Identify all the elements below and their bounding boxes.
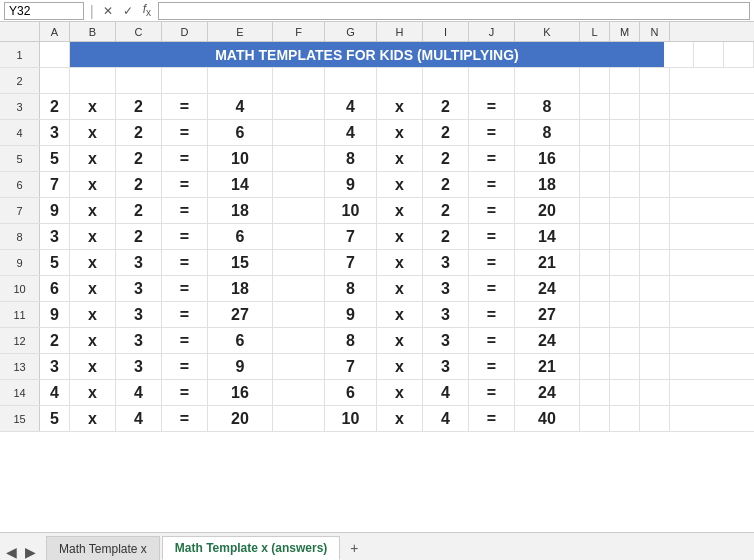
cell[interactable]: x — [70, 250, 116, 275]
col-header-f[interactable]: F — [273, 22, 325, 41]
cell[interactable]: 21 — [515, 250, 580, 275]
cell[interactable] — [640, 406, 670, 431]
cell[interactable]: 18 — [208, 276, 273, 301]
col-header-n[interactable]: N — [640, 22, 670, 41]
cell[interactable]: 3 — [40, 354, 70, 379]
cell[interactable]: 8 — [515, 120, 580, 145]
cell[interactable]: 3 — [423, 302, 469, 327]
cell[interactable]: 3 — [116, 250, 162, 275]
cell[interactable]: 7 — [325, 250, 377, 275]
cell[interactable] — [610, 354, 640, 379]
cell[interactable]: 6 — [325, 380, 377, 405]
cell[interactable]: 8 — [325, 276, 377, 301]
cell[interactable] — [580, 354, 610, 379]
cell[interactable] — [273, 354, 325, 379]
cell[interactable]: 24 — [515, 328, 580, 353]
cell[interactable]: 9 — [40, 198, 70, 223]
cell[interactable]: x — [70, 276, 116, 301]
cell[interactable]: = — [162, 276, 208, 301]
cell[interactable]: = — [469, 250, 515, 275]
cell[interactable] — [580, 94, 610, 119]
cell[interactable]: = — [162, 94, 208, 119]
cell[interactable]: = — [162, 406, 208, 431]
cell[interactable] — [610, 146, 640, 171]
cell[interactable] — [610, 198, 640, 223]
cell[interactable]: x — [377, 146, 423, 171]
cell[interactable]: 4 — [325, 120, 377, 145]
cell[interactable]: 9 — [325, 302, 377, 327]
cell[interactable]: 2 — [40, 328, 70, 353]
cell[interactable] — [273, 302, 325, 327]
cell[interactable]: = — [469, 198, 515, 223]
cell[interactable]: 9 — [325, 172, 377, 197]
cell[interactable]: 15 — [208, 250, 273, 275]
tab-math-template[interactable]: Math Template x — [46, 536, 160, 560]
add-tab-button[interactable]: + — [342, 536, 366, 560]
cell[interactable] — [640, 146, 670, 171]
cell[interactable] — [640, 224, 670, 249]
cell[interactable]: = — [162, 354, 208, 379]
cell[interactable]: x — [377, 120, 423, 145]
cell[interactable]: 3 — [423, 328, 469, 353]
cell[interactable]: = — [162, 328, 208, 353]
cell[interactable]: x — [377, 172, 423, 197]
cell[interactable] — [610, 250, 640, 275]
cell[interactable]: 6 — [208, 224, 273, 249]
cell[interactable]: 24 — [515, 380, 580, 405]
cell[interactable]: x — [377, 94, 423, 119]
cell[interactable]: x — [70, 328, 116, 353]
col-header-m[interactable]: M — [610, 22, 640, 41]
cell[interactable]: 6 — [208, 328, 273, 353]
cell[interactable]: 10 — [325, 406, 377, 431]
cell[interactable] — [640, 94, 670, 119]
cell[interactable] — [580, 172, 610, 197]
cell[interactable] — [273, 120, 325, 145]
col-header-c[interactable]: C — [116, 22, 162, 41]
cell[interactable] — [580, 406, 610, 431]
cell[interactable]: 2 — [116, 146, 162, 171]
name-box[interactable] — [4, 2, 84, 20]
cell[interactable]: 4 — [116, 380, 162, 405]
cell[interactable]: 4 — [208, 94, 273, 119]
cell[interactable]: x — [70, 302, 116, 327]
cell[interactable]: x — [70, 224, 116, 249]
cell[interactable]: 8 — [325, 146, 377, 171]
col-header-l[interactable]: L — [580, 22, 610, 41]
cell[interactable]: x — [377, 302, 423, 327]
cell[interactable] — [610, 380, 640, 405]
cell[interactable]: 2 — [116, 120, 162, 145]
cell[interactable]: x — [70, 406, 116, 431]
cell[interactable]: = — [162, 120, 208, 145]
cell[interactable]: 3 — [423, 354, 469, 379]
cell[interactable]: 27 — [515, 302, 580, 327]
cell[interactable] — [273, 328, 325, 353]
cell[interactable] — [640, 380, 670, 405]
cell[interactable]: 21 — [515, 354, 580, 379]
cell[interactable] — [580, 146, 610, 171]
cell[interactable] — [273, 94, 325, 119]
cell-m1[interactable] — [694, 42, 724, 67]
cell[interactable]: 7 — [40, 172, 70, 197]
cell[interactable] — [640, 250, 670, 275]
cell[interactable]: 2 — [116, 172, 162, 197]
cell[interactable] — [610, 406, 640, 431]
cell[interactable]: = — [469, 94, 515, 119]
cell[interactable]: = — [469, 276, 515, 301]
cell[interactable]: 3 — [116, 302, 162, 327]
cell[interactable] — [640, 276, 670, 301]
tab-next-btn[interactable]: ▶ — [23, 544, 38, 560]
cell[interactable]: = — [469, 354, 515, 379]
cell[interactable]: 4 — [325, 94, 377, 119]
cell[interactable]: x — [377, 328, 423, 353]
cell[interactable] — [273, 146, 325, 171]
cell[interactable]: = — [469, 172, 515, 197]
cell[interactable] — [610, 302, 640, 327]
cell[interactable]: x — [70, 172, 116, 197]
cell[interactable]: 2 — [116, 94, 162, 119]
cell[interactable]: x — [70, 94, 116, 119]
cell[interactable]: = — [162, 198, 208, 223]
cell[interactable]: = — [469, 380, 515, 405]
cell[interactable]: = — [162, 172, 208, 197]
col-header-e[interactable]: E — [208, 22, 273, 41]
cell[interactable]: 10 — [325, 198, 377, 223]
